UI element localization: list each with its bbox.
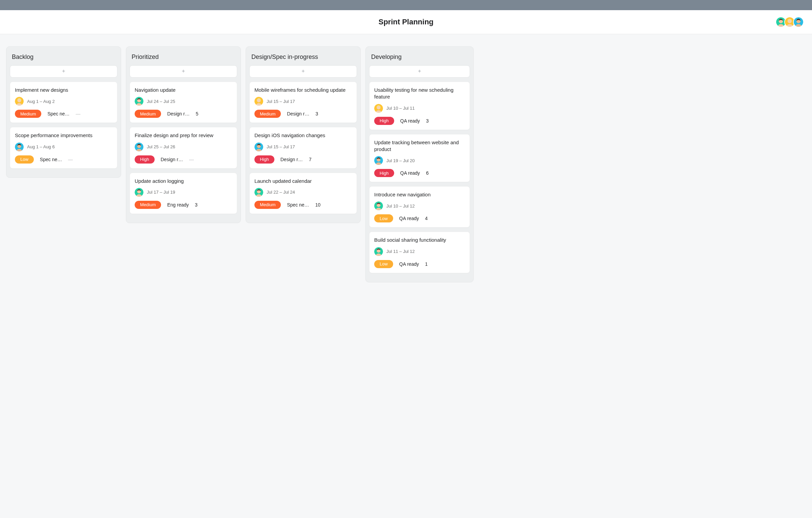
task-card[interactable]: Build social sharing functionality Jul 1…: [369, 232, 470, 273]
task-meta: Jul 17 – Jul 19: [135, 188, 232, 197]
status-tag: QA ready: [400, 118, 420, 124]
subtask-count: —: [189, 157, 194, 162]
status-tag: QA ready: [399, 216, 419, 221]
task-title: Build social sharing functionality: [374, 237, 465, 243]
add-card-button[interactable]: [369, 65, 470, 78]
assignee-avatar[interactable]: [135, 143, 143, 151]
priority-pill: Medium: [15, 110, 41, 118]
status-tag: QA ready: [400, 170, 420, 176]
assignee-avatar[interactable]: [254, 188, 263, 197]
task-card[interactable]: Introduce new navigation Jul 10 – Jul 12…: [369, 186, 470, 228]
task-card[interactable]: Design iOS navigation changes Jul 15 – J…: [249, 127, 357, 168]
task-card[interactable]: Update tracking between website and prod…: [369, 134, 470, 182]
status-tag: Spec ne…: [47, 111, 69, 116]
task-date-range: Jul 11 – Jul 12: [386, 249, 415, 254]
assignee-avatar[interactable]: [254, 143, 263, 151]
task-title: Usability testing for new scheduling fea…: [374, 87, 465, 101]
subtask-count: 6: [426, 170, 429, 176]
task-card[interactable]: Navigation update Jul 24 – Jul 25MediumD…: [130, 82, 237, 123]
task-date-range: Aug 1 – Aug 2: [27, 99, 55, 104]
assignee-avatar[interactable]: [135, 188, 143, 197]
task-footer: MediumDesign r…3: [254, 110, 352, 118]
subtask-count: 3: [426, 118, 429, 124]
task-title: Introduce new navigation: [374, 191, 465, 198]
subtask-count: 3: [315, 111, 318, 116]
task-card[interactable]: Launch updated calendar Jul 22 – Jul 24M…: [249, 173, 357, 214]
task-card[interactable]: Finalize design and prep for review Jul …: [130, 127, 237, 168]
assignee-avatar[interactable]: [135, 97, 143, 106]
priority-pill: Low: [374, 214, 393, 222]
task-meta: Jul 10 – Jul 12: [374, 201, 465, 210]
status-tag: Design r…: [167, 111, 189, 116]
priority-pill: Medium: [254, 201, 281, 209]
column-title: Prioritized: [130, 51, 237, 65]
assignee-avatar[interactable]: [374, 201, 383, 210]
status-tag: Spec ne…: [287, 202, 309, 208]
task-title: Navigation update: [135, 87, 232, 93]
priority-pill: Low: [15, 155, 34, 164]
priority-pill: Low: [374, 260, 393, 268]
task-card[interactable]: Usability testing for new scheduling fea…: [369, 82, 470, 130]
status-tag: Design r…: [287, 111, 309, 116]
collaborator-avatar[interactable]: [793, 17, 804, 27]
subtask-count: —: [68, 157, 73, 162]
task-title: Scope performance improvements: [15, 132, 112, 139]
assignee-avatar[interactable]: [15, 97, 24, 106]
priority-pill: Medium: [254, 110, 281, 118]
task-date-range: Jul 15 – Jul 17: [267, 144, 295, 149]
priority-pill: High: [254, 155, 274, 164]
status-tag: Eng ready: [167, 202, 189, 208]
assignee-avatar[interactable]: [374, 104, 383, 113]
priority-pill: High: [135, 155, 155, 164]
task-card[interactable]: Scope performance improvements Aug 1 – A…: [10, 127, 117, 168]
task-title: Implement new designs: [15, 87, 112, 93]
window-titlebar: [0, 0, 812, 10]
page-header: Sprint Planning: [0, 10, 812, 34]
task-footer: HighQA ready6: [374, 169, 465, 177]
task-date-range: Jul 10 – Jul 11: [386, 106, 415, 111]
task-meta: Aug 1 – Aug 2: [15, 97, 112, 106]
assignee-avatar[interactable]: [254, 97, 263, 106]
task-meta: Jul 24 – Jul 25: [135, 97, 232, 106]
task-meta: Jul 10 – Jul 11: [374, 104, 465, 113]
task-meta: Jul 25 – Jul 26: [135, 143, 232, 151]
task-date-range: Jul 25 – Jul 26: [147, 144, 175, 149]
task-footer: LowSpec ne…—: [15, 155, 112, 164]
subtask-count: 10: [315, 202, 321, 208]
task-card[interactable]: Update action logging Jul 17 – Jul 19Med…: [130, 173, 237, 214]
board-column: BacklogImplement new designs Aug 1 – Aug…: [6, 46, 121, 178]
task-footer: MediumSpec ne…—: [15, 110, 112, 118]
task-card[interactable]: Implement new designs Aug 1 – Aug 2Mediu…: [10, 82, 117, 123]
assignee-avatar[interactable]: [374, 247, 383, 256]
subtask-count: 3: [195, 202, 198, 208]
status-tag: Design r…: [280, 157, 303, 162]
task-title: Update tracking between website and prod…: [374, 139, 465, 153]
task-footer: MediumDesign r…5: [135, 110, 232, 118]
task-date-range: Aug 1 – Aug 6: [27, 144, 55, 149]
subtask-count: 5: [196, 111, 198, 116]
priority-pill: High: [374, 169, 394, 177]
task-title: Design iOS navigation changes: [254, 132, 352, 139]
task-meta: Jul 19 – Jul 20: [374, 156, 465, 165]
board-column: Design/Spec in-progressMobile wireframes…: [246, 46, 361, 223]
plus-icon: [417, 69, 422, 74]
task-card[interactable]: Mobile wireframes for scheduling update …: [249, 82, 357, 123]
task-meta: Aug 1 – Aug 6: [15, 143, 112, 151]
assignee-avatar[interactable]: [15, 143, 24, 151]
task-date-range: Jul 15 – Jul 17: [267, 99, 295, 104]
task-title: Finalize design and prep for review: [135, 132, 232, 139]
add-card-button[interactable]: [249, 65, 357, 78]
task-date-range: Jul 10 – Jul 12: [386, 203, 415, 209]
collaborator-avatars[interactable]: [777, 17, 804, 27]
status-tag: Design r…: [161, 157, 183, 162]
task-meta: Jul 11 – Jul 12: [374, 247, 465, 256]
plus-icon: [181, 69, 186, 74]
add-card-button[interactable]: [10, 65, 117, 78]
priority-pill: Medium: [135, 201, 161, 209]
column-title: Design/Spec in-progress: [249, 51, 357, 65]
task-meta: Jul 22 – Jul 24: [254, 188, 352, 197]
column-title: Backlog: [10, 51, 117, 65]
kanban-board: BacklogImplement new designs Aug 1 – Aug…: [0, 34, 812, 296]
add-card-button[interactable]: [130, 65, 237, 78]
assignee-avatar[interactable]: [374, 156, 383, 165]
